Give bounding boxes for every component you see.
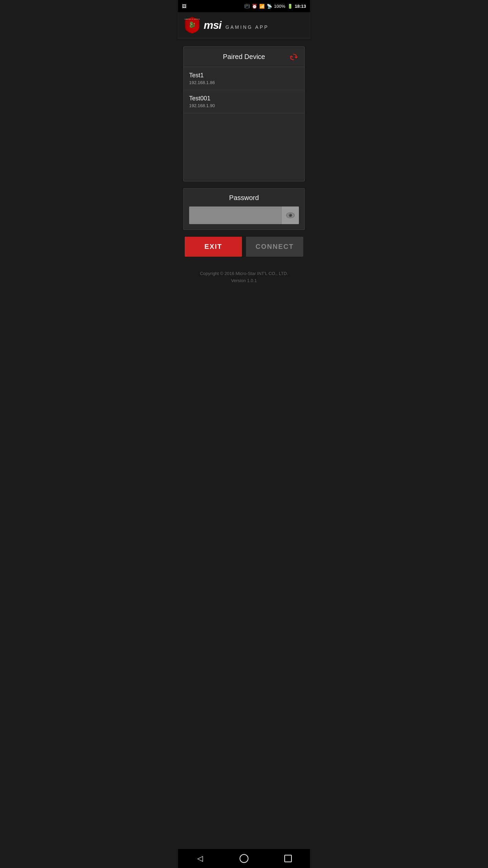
recents-icon bbox=[284, 855, 292, 862]
action-buttons: EXIT CONNECT bbox=[183, 237, 305, 257]
status-time: 18:13 bbox=[295, 4, 306, 9]
device-list: Test1 192.168.1.86 Test001 192.168.1.90 bbox=[184, 67, 304, 181]
back-icon: ◁ bbox=[197, 854, 203, 863]
svg-point-6 bbox=[289, 214, 290, 215]
navigation-bar: ◁ bbox=[178, 849, 310, 868]
recents-button[interactable] bbox=[278, 852, 298, 865]
alarm-icon: ⏰ bbox=[252, 4, 257, 9]
paired-device-title: Paired Device bbox=[223, 53, 265, 61]
device-ip: 192.168.1.90 bbox=[189, 103, 299, 108]
battery-icon: 🔋 bbox=[287, 4, 293, 9]
svg-text:GAMING G SERIES: GAMING G SERIES bbox=[184, 18, 200, 20]
vibrate-icon: 📳 bbox=[244, 4, 250, 9]
device-ip: 192.168.1.86 bbox=[189, 80, 299, 85]
home-icon bbox=[240, 854, 248, 863]
signal-icon: 📡 bbox=[267, 4, 272, 9]
battery-percent: 100% bbox=[274, 4, 285, 9]
exit-button[interactable]: EXIT bbox=[185, 237, 242, 257]
password-input-container bbox=[189, 206, 299, 224]
status-bar: 🖼 📳 ⏰ 📶 📡 100% 🔋 18:13 bbox=[178, 0, 310, 12]
device-item[interactable]: Test1 192.168.1.86 bbox=[184, 67, 304, 90]
footer: Copyright © 2016 Micro-Star INT'L CO., L… bbox=[183, 263, 305, 291]
refresh-icon bbox=[289, 52, 298, 62]
password-panel: Password bbox=[183, 188, 305, 230]
paired-device-header: Paired Device bbox=[184, 47, 304, 67]
app-header: 🐉 GAMING G SERIES msi GAMING APP bbox=[178, 12, 310, 38]
home-button[interactable] bbox=[234, 852, 254, 865]
device-name: Test001 bbox=[189, 95, 299, 102]
device-name: Test1 bbox=[189, 72, 299, 79]
eye-icon bbox=[286, 212, 295, 218]
main-content: Paired Device bbox=[178, 38, 310, 849]
toggle-password-visibility-button[interactable] bbox=[281, 206, 299, 224]
gaming-app-label: GAMING APP bbox=[225, 24, 269, 30]
wifi-icon: 📶 bbox=[259, 4, 265, 9]
device-list-empty-area bbox=[184, 113, 304, 181]
msi-brand-name: msi bbox=[204, 20, 221, 31]
device-item[interactable]: Test001 192.168.1.90 bbox=[184, 90, 304, 113]
svg-text:🐉: 🐉 bbox=[188, 21, 196, 28]
refresh-button[interactable] bbox=[287, 51, 300, 63]
connect-button[interactable]: CONNECT bbox=[246, 237, 303, 257]
photo-icon: 🖼 bbox=[182, 4, 186, 9]
password-title: Password bbox=[189, 194, 299, 202]
header-text: msi GAMING APP bbox=[204, 20, 269, 31]
paired-device-panel: Paired Device bbox=[183, 46, 305, 181]
logo-container: 🐉 GAMING G SERIES msi GAMING APP bbox=[183, 16, 269, 34]
copyright-text: Copyright © 2016 Micro-Star INT'L CO., L… bbox=[189, 270, 299, 277]
password-input[interactable] bbox=[189, 208, 281, 223]
version-text: Version 1.0.1 bbox=[189, 277, 299, 284]
msi-shield-logo: 🐉 GAMING G SERIES bbox=[183, 16, 201, 34]
back-button[interactable]: ◁ bbox=[190, 852, 210, 865]
status-bar-left: 🖼 bbox=[182, 4, 186, 9]
status-bar-right: 📳 ⏰ 📶 📡 100% 🔋 18:13 bbox=[244, 4, 306, 9]
